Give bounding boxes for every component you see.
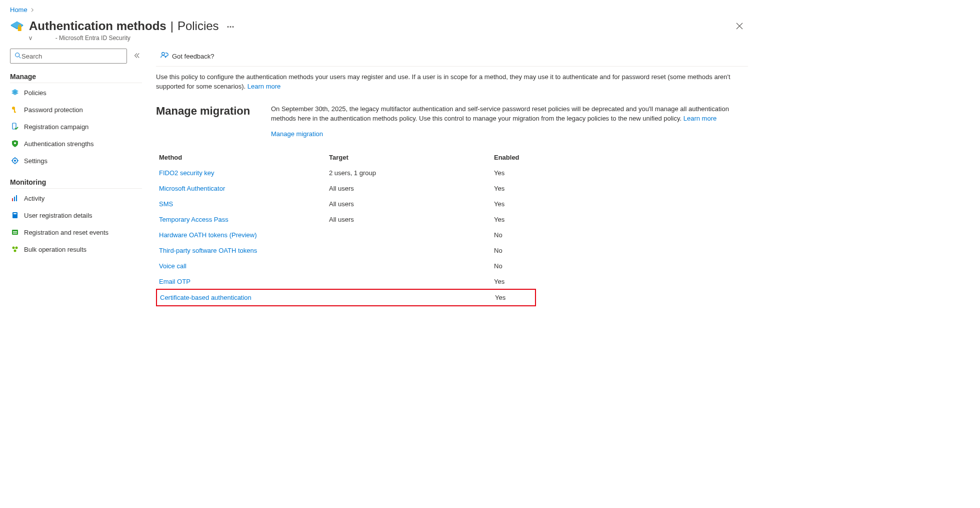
method-target: All users	[329, 200, 494, 208]
feedback-label: Got feedback?	[172, 53, 214, 60]
sidebar-item-bulk-results[interactable]: Bulk operation results	[10, 241, 142, 258]
sidebar-item-label: Settings	[24, 157, 48, 165]
sidebar-item-auth-strengths[interactable]: Authentication strengths	[10, 135, 142, 152]
svg-point-14	[14, 160, 16, 162]
method-enabled: No	[494, 247, 539, 254]
page-title-strong: Authentication methods	[29, 19, 166, 34]
breadcrumb: Home	[0, 0, 760, 17]
table-row[interactable]: Email OTPYes	[156, 274, 536, 289]
phone-check-icon	[11, 123, 19, 131]
auth-methods-icon	[10, 21, 24, 35]
search-input[interactable]	[22, 53, 122, 60]
svg-point-30	[162, 53, 164, 55]
sidebar-item-settings[interactable]: Settings	[10, 152, 142, 169]
sidebar-item-label: Authentication strengths	[24, 140, 94, 148]
page-title-sep: |	[170, 19, 174, 34]
svg-rect-10	[14, 112, 16, 113]
method-enabled: Yes	[495, 294, 540, 301]
feedback-button[interactable]: Got feedback?	[156, 49, 218, 64]
feedback-icon	[160, 51, 169, 62]
col-method: Method	[159, 154, 329, 161]
toolbar: Got feedback?	[156, 47, 748, 67]
main-content: Got feedback? Use this policy to configu…	[150, 47, 760, 306]
method-name-link[interactable]: Third-party software OATH tokens	[159, 247, 329, 254]
method-name-link[interactable]: Temporary Access Pass	[159, 216, 329, 223]
method-target: 2 users, 1 group	[329, 169, 494, 177]
svg-point-12	[14, 142, 16, 144]
page-subtitle: v - Microsoft Entra ID Security	[29, 35, 750, 42]
method-name-link[interactable]: Hardware OATH tokens (Preview)	[159, 231, 329, 239]
chevron-right-icon	[30, 7, 34, 13]
gear-icon	[11, 157, 19, 165]
notebook-icon	[11, 211, 19, 219]
more-button[interactable]: ···	[227, 22, 234, 33]
bulk-icon	[11, 245, 19, 253]
migration-learn-more-link[interactable]: Learn more	[684, 115, 716, 122]
learn-more-link[interactable]: Learn more	[248, 83, 280, 90]
sidebar: Manage Policies Password protection Regi…	[0, 47, 150, 258]
method-name-link[interactable]: FIDO2 security key	[159, 169, 329, 177]
policy-description: Use this policy to configure the authent…	[156, 73, 748, 92]
shield-icon	[11, 140, 19, 148]
table-row[interactable]: Third-party software OATH tokensNo	[156, 243, 536, 258]
chart-icon	[11, 194, 19, 202]
method-name-link[interactable]: Microsoft Authenticator	[159, 185, 329, 192]
method-target: All users	[329, 216, 494, 223]
method-enabled: Yes	[494, 169, 539, 177]
divider	[10, 188, 142, 189]
policies-icon	[11, 89, 19, 97]
table-header-row: Method Target Enabled	[156, 150, 536, 165]
method-enabled: No	[494, 262, 539, 270]
svg-rect-23	[14, 213, 16, 214]
table-row[interactable]: Temporary Access PassAll usersYes	[156, 212, 536, 227]
sidebar-item-label: Registration campaign	[24, 123, 88, 131]
search-icon	[14, 52, 22, 61]
svg-point-4	[16, 53, 20, 57]
key-icon	[11, 106, 19, 114]
table-row[interactable]: Certificate-based authenticationYes	[156, 289, 536, 306]
breadcrumb-home[interactable]: Home	[10, 6, 28, 14]
table-row[interactable]: Hardware OATH tokens (Preview)No	[156, 227, 536, 243]
method-enabled: No	[494, 231, 539, 239]
svg-point-28	[16, 247, 18, 249]
sidebar-item-reg-reset-events[interactable]: Registration and reset events	[10, 224, 142, 241]
method-name-link[interactable]: Voice call	[159, 262, 329, 270]
page-title-light: Policies	[178, 19, 219, 34]
svg-line-5	[19, 56, 21, 58]
svg-rect-24	[12, 230, 18, 235]
sidebar-item-password-protection[interactable]: Password protection	[10, 101, 142, 118]
sidebar-item-activity[interactable]: Activity	[10, 190, 142, 207]
svg-rect-21	[16, 195, 17, 201]
method-enabled: Yes	[494, 278, 539, 285]
col-target: Target	[329, 154, 494, 161]
manage-migration-link[interactable]: Manage migration	[271, 130, 323, 138]
collapse-sidebar-button[interactable]	[131, 50, 142, 63]
table-row[interactable]: Voice callNo	[156, 258, 536, 274]
method-name-link[interactable]: Email OTP	[159, 278, 329, 285]
methods-table: Method Target Enabled FIDO2 security key…	[156, 150, 536, 306]
svg-point-29	[14, 250, 16, 252]
divider	[10, 83, 142, 83]
method-target: All users	[329, 185, 494, 192]
svg-rect-26	[13, 233, 17, 234]
sidebar-item-label: Registration and reset events	[24, 229, 108, 236]
table-row[interactable]: SMSAll usersYes	[156, 196, 536, 212]
migration-description: On September 30th, 2025, the legacy mult…	[271, 105, 748, 124]
sidebar-item-policies[interactable]: Policies	[10, 84, 142, 101]
sidebar-item-label: Activity	[24, 195, 44, 202]
table-row[interactable]: FIDO2 security key2 users, 1 groupYes	[156, 165, 536, 181]
sidebar-section-manage: Manage	[10, 73, 142, 81]
sidebar-item-user-reg-details[interactable]: User registration details	[10, 207, 142, 224]
method-name-link[interactable]: SMS	[159, 200, 329, 208]
migration-heading: Manage migration	[156, 105, 256, 118]
method-enabled: Yes	[494, 185, 539, 192]
search-box[interactable]	[10, 49, 127, 64]
col-enabled: Enabled	[494, 154, 539, 161]
svg-rect-20	[14, 197, 15, 201]
sidebar-item-label: Policies	[24, 89, 46, 97]
sidebar-item-registration-campaign[interactable]: Registration campaign	[10, 118, 142, 135]
method-name-link[interactable]: Certificate-based authentication	[160, 294, 330, 301]
table-row[interactable]: Microsoft AuthenticatorAll usersYes	[156, 181, 536, 196]
method-enabled: Yes	[494, 200, 539, 208]
close-button[interactable]	[733, 20, 746, 35]
